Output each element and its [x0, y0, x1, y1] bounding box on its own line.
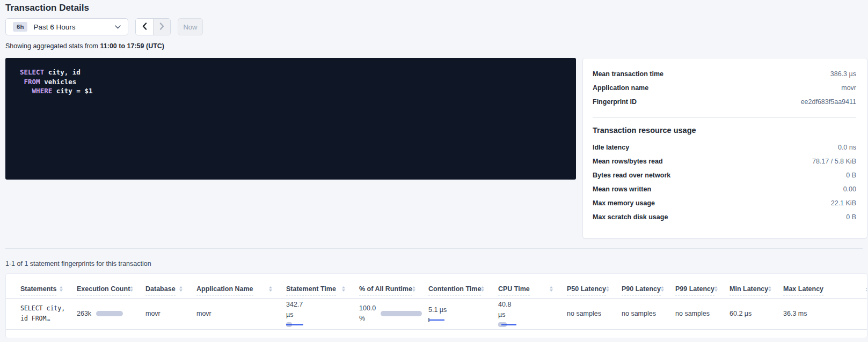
column-header-application-name[interactable]: Application Name: [196, 274, 286, 298]
sort-icon: [481, 286, 484, 295]
application-name-cell: movr: [196, 298, 286, 329]
prev-time-button[interactable]: [136, 19, 153, 35]
page-title: Transaction Details: [5, 3, 89, 13]
sort-icon: [412, 286, 415, 295]
sql-code: SELECT city, id FROM vehicles WHERE city…: [20, 68, 561, 96]
time-range-dropdown[interactable]: 6h Past 6 Hours: [5, 18, 128, 35]
sort-icon: [60, 286, 63, 295]
sort-icon: [768, 286, 771, 295]
bytes-read-over-network-value: 0 B: [846, 172, 856, 179]
column-header-database[interactable]: Database: [145, 274, 196, 298]
runtime-bar: [381, 311, 422, 316]
max-scratch-disk-usage-value: 0 B: [846, 213, 856, 221]
sort-icon: [342, 286, 345, 295]
statements-table: Statements Execution Count Database Appl…: [6, 274, 867, 330]
time-range-label: Past 6 Hours: [33, 23, 75, 31]
fingerprint-id-value: ee2df683f5aa9411: [801, 98, 856, 106]
p99-latency-cell: no samples: [675, 298, 730, 329]
time-range-badge: 6h: [13, 22, 27, 32]
column-header-p99-latency[interactable]: P99 Latency: [675, 274, 730, 298]
sort-icon: [550, 286, 553, 295]
column-header-min-latency[interactable]: Min Latency: [730, 274, 783, 298]
min-latency-cell: 60.2 µs: [730, 298, 783, 329]
column-header-statement-time[interactable]: Statement Time: [286, 274, 359, 298]
sort-icon: [130, 286, 133, 295]
contention-time-cell: 5.1 µs: [428, 298, 498, 329]
statement-time-cell: 342.7 µs: [286, 298, 359, 329]
stat-row: Max scratch disk usage 0 B: [593, 213, 856, 227]
column-header-pct-of-all-runtime[interactable]: % of All Runtime: [359, 274, 428, 298]
database-cell: movr: [145, 298, 196, 329]
statement-time-bar: [286, 322, 303, 328]
resource-usage-heading: Transaction resource usage: [593, 126, 856, 135]
stat-row: Mean transaction time 386.3 µs: [593, 70, 856, 84]
column-header-p50-latency[interactable]: P50 Latency: [567, 274, 622, 298]
column-header-p90-latency[interactable]: P90 Latency: [622, 274, 675, 298]
sort-icon: [661, 286, 664, 295]
sort-icon: [179, 286, 183, 295]
transaction-overview-card: Mean transaction time 386.3 µs Applicati…: [582, 58, 867, 239]
stat-row: Fingerprint ID ee2df683f5aa9411: [593, 98, 856, 112]
statements-table-card: Statements Execution Count Database Appl…: [5, 273, 867, 338]
p50-latency-cell: no samples: [567, 298, 622, 329]
sort-icon: [269, 286, 272, 295]
statements-table-caption: 1-1 of 1 statement fingerprints for this…: [5, 260, 151, 267]
transaction-details-page: Transaction Details 6h Past 6 Hours Now …: [0, 0, 868, 342]
time-nav-group: [135, 18, 171, 35]
stat-row: Mean rows/bytes read 78.17 / 5.8 KiB: [593, 158, 856, 172]
table-header-row: Statements Execution Count Database Appl…: [6, 274, 867, 298]
card-divider: [593, 117, 856, 118]
stat-row: Application name movr: [593, 84, 856, 98]
p90-latency-cell: no samples: [622, 298, 675, 329]
max-memory-usage-value: 22.1 KiB: [831, 199, 856, 207]
now-button[interactable]: Now: [178, 18, 203, 35]
sort-icon: [714, 286, 718, 295]
statement-row: SELECT city, id FROM… 263k movr movr: [6, 298, 867, 329]
aggregated-stats-range: 11:00 to 17:59 (UTC): [100, 42, 164, 50]
chevron-right-icon: [159, 23, 164, 32]
contention-time-bar: [428, 317, 444, 323]
column-header-statements[interactable]: Statements: [6, 274, 77, 298]
max-latency-cell: 36.3 ms: [783, 298, 867, 329]
execution-count-cell: 263k: [77, 298, 145, 329]
mean-transaction-time-value: 386.3 µs: [830, 70, 856, 78]
mean-rows-written-value: 0.00: [843, 185, 856, 193]
runtime-cell: 100.0 %: [359, 298, 428, 329]
sql-statement-box: SELECT city, id FROM vehicles WHERE city…: [5, 58, 576, 180]
time-controls: 6h Past 6 Hours Now: [5, 18, 203, 35]
sort-icon: [866, 287, 867, 296]
statement-cell: SELECT city, id FROM…: [6, 298, 77, 329]
column-header-contention-time[interactable]: Contention Time: [428, 274, 498, 298]
stat-row: Idle latency 0.0 ns: [593, 144, 856, 158]
idle-latency-value: 0.0 ns: [838, 144, 856, 151]
column-header-cpu-time[interactable]: CPU Time: [498, 274, 567, 298]
column-header-max-latency[interactable]: Max Latency: [783, 274, 867, 298]
application-name-value: movr: [841, 84, 856, 92]
stat-row: Max memory usage 22.1 KiB: [593, 199, 856, 213]
chevron-down-icon: [115, 25, 121, 29]
cpu-time-bar: [498, 322, 516, 328]
statement-link[interactable]: SELECT city, id FROM…: [20, 303, 77, 324]
next-time-button[interactable]: [153, 19, 170, 35]
cpu-time-cell: 40.8 µs: [498, 298, 567, 329]
execution-count-bar: [96, 311, 123, 316]
stat-row: Bytes read over network 0 B: [593, 172, 856, 185]
mean-rows-bytes-read-value: 78.17 / 5.8 KiB: [812, 158, 856, 165]
stat-row: Mean rows written 0.00: [593, 185, 856, 199]
sort-icon: [606, 286, 609, 295]
section-divider: [5, 248, 863, 249]
column-header-execution-count[interactable]: Execution Count: [77, 274, 145, 298]
chevron-left-icon: [142, 23, 147, 32]
aggregated-stats-caption: Showing aggregated stats from 11:00 to 1…: [5, 42, 164, 50]
